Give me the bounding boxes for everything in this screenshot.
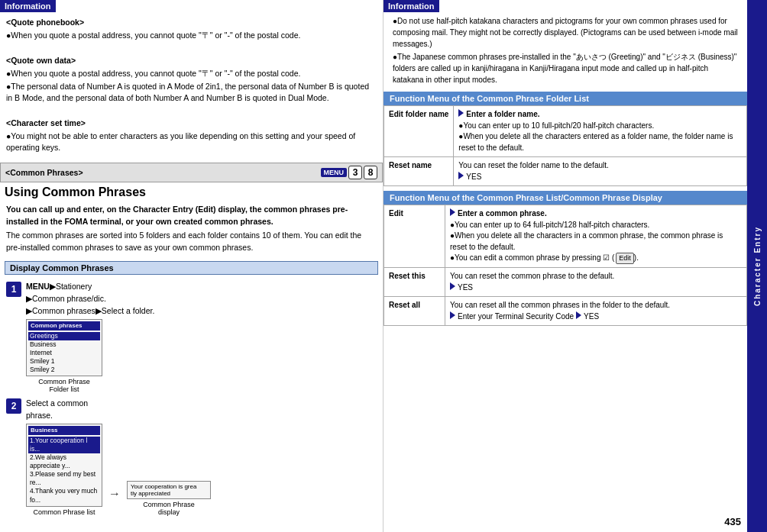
info-label-right: Information	[388, 2, 435, 11]
step-1-item-smiley1: Smiley 1	[28, 357, 100, 366]
func-table-2-row-reset-this: Reset this You can reset the common phra…	[384, 268, 747, 297]
func-table-1-row-1: Edit folder name Enter a folder name. ●Y…	[384, 106, 747, 157]
badge-num-8: 8	[364, 166, 377, 179]
quote-own-bullet2: ●The personal data of Number A is quoted…	[6, 81, 377, 104]
heading-quote-phonebook: <Quote phonebook>	[6, 17, 377, 28]
step-2-number: 2	[6, 398, 21, 414]
step-1-screen-title: Common phrases	[28, 321, 100, 330]
step-2-display-caption: Common Phrasedisplay	[143, 501, 195, 516]
step-2-list-caption: Common Phrase list	[33, 508, 95, 516]
func-table-2-content-edit: Enter a common phrase. ●You can enter up…	[445, 205, 747, 268]
badge-num-3: 3	[348, 166, 362, 179]
main-desc-p2: The common phrases are sorted into 5 fol…	[6, 230, 377, 254]
info-bar-left: Information	[0, 0, 56, 12]
menu-icon: MENU	[321, 168, 348, 177]
step-2-list-item-4: 4.Thank you very much fo...	[28, 487, 100, 504]
func-table-2-row-reset-all: Reset all You can reset all the common p…	[384, 297, 747, 326]
heading-quote-own: <Quote own data>	[6, 55, 377, 66]
left-panel: Information <Quote phonebook> ●When you …	[0, 0, 384, 532]
step-2-list-item-3: 3.Please send my best re...	[28, 470, 100, 487]
step-2-list-item-2: 2.We always appreciate y...	[28, 453, 100, 470]
func-table-1-content-reset-name: You can reset the folder name to the def…	[454, 157, 747, 186]
func-menu-1-title: Function Menu of the Common Phrase Folde…	[390, 94, 589, 103]
step-1-screen-caption: Common PhraseFolder list	[38, 378, 90, 393]
edit-badge: Edit	[616, 253, 634, 264]
func-table-2-content-reset-this: You can reset the common phrase to the d…	[445, 268, 747, 297]
common-phrases-header: <Common Phrases> MENU 3 8	[0, 163, 383, 182]
right-panel: Information ●Do not use half-pitch katak…	[384, 0, 767, 532]
right-content: Information ●Do not use half-pitch katak…	[384, 0, 747, 532]
step-1-item-business: Business	[28, 340, 100, 349]
step-2-images: Business 1.Your cooperation l is... 2.We…	[26, 424, 377, 516]
step-2-display-line-1: Your cooperation is grea	[129, 483, 209, 490]
func-table-1-content-edit-folder: Enter a folder name. ●You can enter up t…	[454, 106, 747, 157]
left-info-section: <Quote phonebook> ●When you quote a post…	[0, 12, 383, 160]
sidebar-label: Character Entry	[753, 226, 762, 306]
right-info-section: ●Do not use half-pitch katakana characte…	[384, 12, 747, 92]
arrow-icon: →	[108, 487, 121, 501]
step-1-screen-wrapper: Common phrases Greetings Business Intern…	[26, 319, 102, 394]
func-table-2-label-reset-this: Reset this	[384, 268, 445, 297]
step-2-content: Select a commonphrase. Business 1.Your c…	[26, 398, 377, 515]
step-2-list-title: Business	[28, 426, 100, 435]
func-menu-2-title: Function Menu of the Common Phrase List/…	[390, 193, 662, 202]
step-2-list-screen: Business 1.Your cooperation l is... 2.We…	[26, 424, 102, 507]
step-2-list-item-1: 1.Your cooperation l is...	[28, 437, 100, 453]
step-1-item-internet: Internet	[28, 349, 100, 357]
page-number-wrapper: 435	[384, 326, 747, 532]
main-desc-p1: You can call up and enter, on the Charac…	[6, 204, 377, 228]
heading-char-set-time: <Character set time>	[6, 118, 377, 129]
quote-phonebook-bullet: ●When you quote a postal address, you ca…	[6, 30, 377, 41]
section-title: Using Common Phrases	[0, 184, 383, 202]
menu-badge: MENU 3 8	[321, 166, 378, 179]
step-1-images: Common phrases Greetings Business Intern…	[26, 319, 377, 394]
func-table-2: Edit Enter a common phrase. ●You can ent…	[384, 205, 747, 326]
right-info-bullet-1: ●Do not use half-pitch katakana characte…	[390, 15, 741, 50]
main-description: You can call up and enter, on the Charac…	[0, 202, 383, 258]
func-menu-2-heading: Function Menu of the Common Phrase List/…	[384, 191, 747, 205]
func-table-2-label-edit: Edit	[384, 205, 445, 268]
page-number: 435	[724, 516, 741, 527]
func-table-1-label-edit-folder: Edit folder name	[384, 106, 454, 157]
step-1-text: MENU▶Stationery ▶Common phrase/dic. ▶Com…	[26, 281, 377, 317]
step-2-display-line-2: tly appreciated	[129, 490, 209, 497]
display-box-title: Display Common Phrases	[10, 263, 114, 272]
common-phrases-label: <Common Phrases>	[5, 168, 83, 177]
func-table-1: Edit folder name Enter a folder name. ●Y…	[384, 105, 747, 186]
right-sidebar: Character Entry	[747, 0, 767, 532]
quote-own-bullet1: ●When you quote a postal address, you ca…	[6, 68, 377, 79]
step-1-phone-screen: Common phrases Greetings Business Intern…	[26, 319, 102, 377]
info-label-left: Information	[5, 2, 51, 11]
steps-area: 1 MENU▶Stationery ▶Common phrase/dic. ▶C…	[0, 278, 383, 518]
func-table-1-label-reset-name: Reset name	[384, 157, 454, 186]
func-table-2-content-reset-all: You can reset all the common phrases in …	[445, 297, 747, 326]
char-set-time-bullet: ●You might not be able to enter characte…	[6, 131, 377, 153]
step-2-row: 2 Select a commonphrase. Business 1.Your…	[6, 398, 377, 515]
step-2-display-wrapper: Your cooperation is grea tly appreciated…	[127, 481, 211, 516]
display-common-phrases-box: Display Common Phrases	[5, 261, 378, 275]
right-info-bullet-2: ●The Japanese common phrases pre-install…	[390, 51, 741, 85]
func-menu-1-heading: Function Menu of the Common Phrase Folde…	[384, 92, 747, 105]
step-1-content: MENU▶Stationery ▶Common phrase/dic. ▶Com…	[26, 281, 377, 393]
step-1-item-smiley2: Smiley 2	[28, 366, 100, 374]
step-2-list-wrapper: Business 1.Your cooperation l is... 2.We…	[26, 424, 102, 516]
step-1-number: 1	[6, 282, 21, 297]
info-bar-right: Information	[384, 0, 439, 12]
func-table-2-label-reset-all: Reset all	[384, 297, 445, 326]
step-1-row: 1 MENU▶Stationery ▶Common phrase/dic. ▶C…	[6, 281, 377, 393]
step-2-display-screen: Your cooperation is grea tly appreciated	[127, 481, 211, 499]
step-2-text: Select a commonphrase.	[26, 398, 377, 422]
step-1-item-greetings: Greetings	[28, 332, 100, 340]
func-table-1-row-2: Reset name You can reset the folder name…	[384, 157, 747, 186]
func-table-2-row-edit: Edit Enter a common phrase. ●You can ent…	[384, 205, 747, 268]
arrow-enter-folder: Enter a folder name.	[458, 110, 539, 118]
